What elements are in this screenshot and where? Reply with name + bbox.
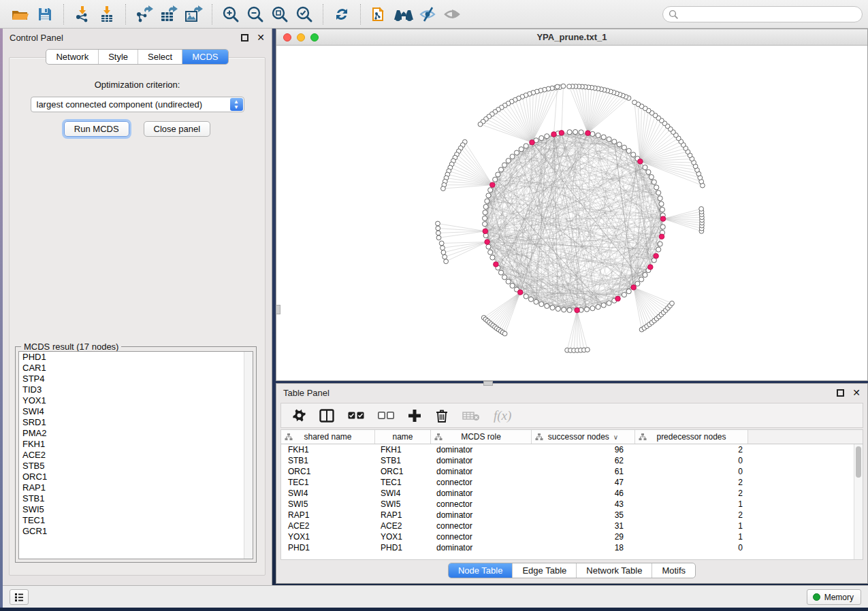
zoom-out-button[interactable] xyxy=(243,3,268,25)
network-node[interactable] xyxy=(573,129,578,134)
leaf-node[interactable] xyxy=(502,331,507,336)
mcds-list-scrollbar[interactable] xyxy=(244,352,253,559)
network-node[interactable] xyxy=(660,225,665,229)
network-node[interactable] xyxy=(514,150,519,155)
export-image-button[interactable] xyxy=(181,3,206,25)
network-node[interactable] xyxy=(502,275,507,280)
network-node[interactable] xyxy=(622,145,626,150)
save-button[interactable] xyxy=(33,3,57,25)
network-node[interactable] xyxy=(612,139,617,144)
table-row[interactable]: STB1STB1dominator620 xyxy=(281,455,863,466)
mcds-selected-node[interactable] xyxy=(485,240,490,245)
leaf-node[interactable] xyxy=(436,235,441,240)
run-mcds-button[interactable]: Run MCDS xyxy=(64,121,129,137)
splitter-handle[interactable] xyxy=(276,305,280,314)
table-row[interactable]: FKH1FKH1dominator962 xyxy=(281,444,863,455)
column-header-shared-name[interactable]: shared name xyxy=(281,430,375,444)
network-node[interactable] xyxy=(631,152,636,157)
table-row[interactable]: YOX1YOX1connector291 xyxy=(281,531,863,542)
network-graph[interactable] xyxy=(276,46,867,380)
mcds-selected-node[interactable] xyxy=(631,285,637,291)
mcds-result-item[interactable]: TID3 xyxy=(19,384,253,395)
leaf-node[interactable] xyxy=(436,231,440,235)
network-node[interactable] xyxy=(486,193,491,198)
mcds-selected-node[interactable] xyxy=(638,159,643,165)
network-node[interactable] xyxy=(545,134,549,139)
table-row[interactable]: SWI5SWI5connector431 xyxy=(281,499,863,510)
mcds-selected-node[interactable] xyxy=(559,131,564,136)
mcds-selected-node[interactable] xyxy=(575,308,580,313)
network-node[interactable] xyxy=(660,208,664,212)
network-node[interactable] xyxy=(486,244,491,249)
mcds-selected-node[interactable] xyxy=(615,296,621,301)
mcds-result-item[interactable]: STP4 xyxy=(19,374,253,384)
network-node[interactable] xyxy=(601,303,606,308)
network-node[interactable] xyxy=(483,216,487,220)
tab-select[interactable]: Select xyxy=(138,50,182,64)
task-history-button[interactable] xyxy=(10,589,29,605)
network-node[interactable] xyxy=(539,301,544,306)
open-button[interactable] xyxy=(8,3,33,25)
network-node[interactable] xyxy=(493,177,498,182)
minimize-window-icon[interactable] xyxy=(297,33,305,42)
memory-button[interactable]: Memory xyxy=(807,589,861,605)
tab-edge-table[interactable]: Edge Table xyxy=(512,563,576,578)
leaf-node[interactable] xyxy=(440,246,445,250)
network-node[interactable] xyxy=(607,301,611,306)
show-columns-button[interactable] xyxy=(319,409,334,423)
table-row[interactable]: RAP1RAP1dominator352 xyxy=(281,510,863,521)
tab-motifs[interactable]: Motifs xyxy=(652,563,695,578)
mcds-result-item[interactable]: GCR1 xyxy=(19,526,253,537)
network-node[interactable] xyxy=(567,308,572,312)
network-node[interactable] xyxy=(579,130,583,135)
network-node[interactable] xyxy=(601,135,606,139)
leaf-node[interactable] xyxy=(444,259,449,264)
leaf-node[interactable] xyxy=(561,84,566,88)
splitter-handle[interactable] xyxy=(483,381,493,386)
mcds-selected-node[interactable] xyxy=(648,265,654,270)
network-node[interactable] xyxy=(524,294,528,299)
refresh-button[interactable] xyxy=(329,3,354,25)
mcds-result-item[interactable]: PHD1 xyxy=(19,352,253,363)
network-node[interactable] xyxy=(643,272,647,277)
leaf-node[interactable] xyxy=(436,221,440,226)
network-node[interactable] xyxy=(502,163,507,167)
network-node[interactable] xyxy=(652,180,656,184)
leaf-node[interactable] xyxy=(478,122,483,127)
network-node[interactable] xyxy=(550,306,555,310)
network-node[interactable] xyxy=(483,210,487,215)
network-node[interactable] xyxy=(646,169,651,174)
leaf-node[interactable] xyxy=(555,84,560,89)
network-node[interactable] xyxy=(539,135,544,140)
network-node[interactable] xyxy=(488,250,493,254)
leaf-node[interactable] xyxy=(567,84,572,89)
column-header-successor-nodes[interactable]: successor nodes ∨ xyxy=(532,430,635,444)
tab-network[interactable]: Network xyxy=(46,50,98,64)
mcds-selected-node[interactable] xyxy=(490,182,496,188)
mcds-result-item[interactable]: RAP1 xyxy=(19,482,253,493)
mcds-selected-node[interactable] xyxy=(585,131,591,136)
deselect-all-button[interactable] xyxy=(378,412,394,420)
mcds-result-list[interactable]: PHD1CAR1STP4TID3YOX1SWI4SRD1PMA2FKH1ACE2… xyxy=(18,351,253,559)
network-node[interactable] xyxy=(524,144,528,148)
mcds-selected-node[interactable] xyxy=(483,229,488,234)
network-node[interactable] xyxy=(534,299,539,304)
table-row[interactable]: PHD1PHD1dominator180 xyxy=(281,542,863,553)
network-node[interactable] xyxy=(643,165,647,169)
leaf-node[interactable] xyxy=(699,207,704,212)
mcds-result-item[interactable]: TEC1 xyxy=(19,515,253,526)
add-row-button[interactable] xyxy=(408,409,421,423)
network-node[interactable] xyxy=(656,247,661,252)
network-node[interactable] xyxy=(626,289,631,294)
network-node[interactable] xyxy=(519,147,524,152)
column-header-predecessor-nodes[interactable]: predecessor nodes xyxy=(635,430,748,444)
table-scrollbar[interactable] xyxy=(854,444,863,559)
leaf-node[interactable] xyxy=(439,241,444,246)
network-node[interactable] xyxy=(590,131,595,136)
network-node[interactable] xyxy=(510,154,515,159)
mcds-result-item[interactable]: SWI5 xyxy=(19,504,253,515)
network-node[interactable] xyxy=(607,137,611,142)
mcds-result-item[interactable]: SWI4 xyxy=(19,406,253,417)
table-row[interactable]: ORC1ORC1dominator610 xyxy=(281,466,863,477)
network-node[interactable] xyxy=(490,255,495,260)
